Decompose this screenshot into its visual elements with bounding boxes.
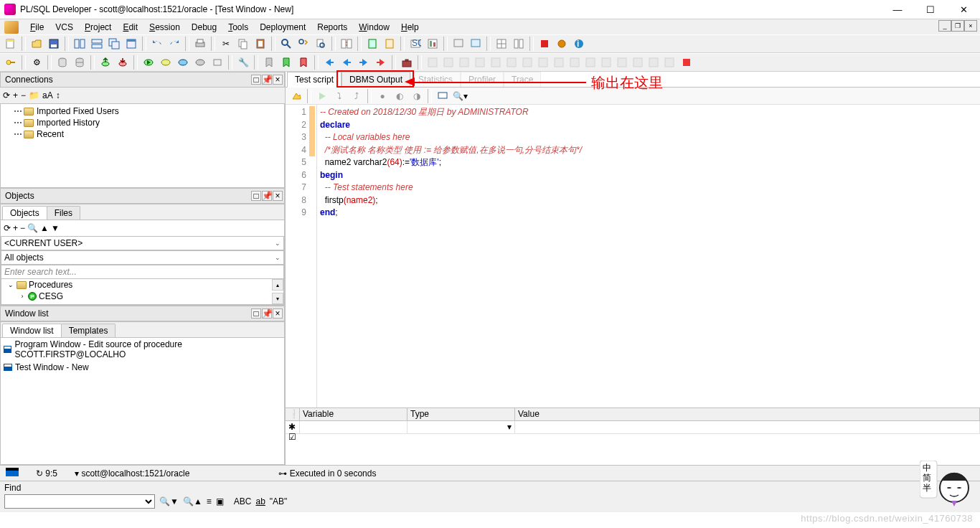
- tab-templates[interactable]: Templates: [61, 324, 116, 337]
- redo-button[interactable]: [166, 36, 182, 52]
- menu-session[interactable]: Session: [143, 21, 186, 34]
- db-button[interactable]: [55, 55, 70, 70]
- mdi-close[interactable]: ×: [964, 20, 977, 32]
- replace-button[interactable]: [296, 36, 311, 52]
- explain-button[interactable]: [364, 36, 380, 52]
- new-button[interactable]: [3, 36, 19, 52]
- panel-close[interactable]: ×: [273, 75, 283, 85]
- scroll-down[interactable]: ▾: [272, 293, 283, 304]
- nav-fwd-button[interactable]: [356, 55, 372, 70]
- var-grid-row[interactable]: ✱ ☑▾: [286, 421, 980, 434]
- find-word-icon[interactable]: ab: [255, 496, 265, 506]
- filter-dn-icon[interactable]: ▼: [51, 223, 60, 233]
- prefs-button[interactable]: [554, 36, 570, 52]
- menu-file[interactable]: File: [24, 21, 50, 34]
- beautify-button[interactable]: [288, 88, 304, 104]
- exec3-button[interactable]: [175, 55, 191, 70]
- briefcase-button[interactable]: [399, 55, 415, 70]
- tab-statistics[interactable]: Statistics: [410, 72, 461, 88]
- grid-2[interactable]: [511, 36, 527, 52]
- minimize-button[interactable]: —: [881, 0, 914, 19]
- code-content[interactable]: -- Created on 2018/12/30 星期日 by ADMINIST…: [317, 105, 585, 407]
- find-hl-icon[interactable]: ▣: [216, 496, 224, 506]
- mdi-minimize[interactable]: _: [938, 20, 951, 32]
- tab-profiler[interactable]: Profiler: [461, 72, 504, 88]
- bm-add-button[interactable]: [278, 55, 294, 70]
- commit-button[interactable]: [98, 55, 113, 70]
- menu-window[interactable]: Window: [353, 21, 395, 34]
- filter-up-icon[interactable]: ▲: [40, 223, 49, 233]
- test-button[interactable]: [382, 36, 397, 52]
- print-button[interactable]: [192, 36, 208, 52]
- variable-grid[interactable]: ❕ Variable Type Value ✱ ☑▾: [286, 407, 980, 465]
- red-tool[interactable]: [679, 55, 694, 70]
- menu-help[interactable]: Help: [395, 21, 425, 34]
- bm-del-button[interactable]: [296, 55, 311, 70]
- scope-select[interactable]: All objects⌄: [1, 250, 284, 265]
- diff-button[interactable]: [339, 36, 354, 52]
- sort-icon[interactable]: ↕: [56, 90, 60, 100]
- rename-icon[interactable]: aA: [42, 90, 53, 100]
- tab-files[interactable]: Files: [47, 206, 80, 220]
- bm1-button[interactable]: [261, 55, 277, 70]
- sql-button[interactable]: SQL: [407, 36, 423, 52]
- nav-fwd2-button[interactable]: [373, 55, 389, 70]
- stop-button[interactable]: [537, 36, 552, 52]
- close-button[interactable]: ✕: [947, 0, 980, 19]
- panel-undock[interactable]: □: [251, 75, 261, 85]
- db2-button[interactable]: [72, 55, 88, 70]
- window-button[interactable]: [123, 36, 139, 52]
- cascade-button[interactable]: [106, 36, 122, 52]
- menu-reports[interactable]: Reports: [311, 21, 353, 34]
- search-input[interactable]: Enter search text...: [1, 265, 284, 279]
- add-icon[interactable]: +: [13, 223, 18, 233]
- menu-debug[interactable]: Debug: [186, 21, 222, 34]
- help-button[interactable]: i: [571, 36, 587, 52]
- zoom-button[interactable]: 🔍▾: [452, 88, 468, 104]
- menu-project[interactable]: Project: [79, 21, 117, 34]
- tab-windowlist[interactable]: Window list: [2, 324, 62, 337]
- wrench-button[interactable]: 🔧: [235, 55, 251, 70]
- connections-tree[interactable]: ⋯Imported Fixed Users ⋯Imported History …: [0, 103, 285, 188]
- scroll-up[interactable]: ▴: [272, 279, 283, 291]
- monitor-button[interactable]: [435, 88, 451, 104]
- grid-1[interactable]: [494, 36, 509, 52]
- find-input[interactable]: [4, 494, 155, 509]
- cut-button[interactable]: ✂: [218, 36, 234, 52]
- exec5-button[interactable]: [209, 55, 225, 70]
- menu-tools[interactable]: Tools: [222, 21, 254, 34]
- objects-tree[interactable]: ⌄Procedures ›PCESG ▴ ▾: [1, 279, 284, 305]
- code-editor[interactable]: 123456789 -- Created on 2018/12/30 星期日 b…: [286, 105, 980, 407]
- user-select[interactable]: <CURRENT USER>⌄: [1, 236, 284, 250]
- remove-icon[interactable]: −: [21, 90, 26, 100]
- paste-button[interactable]: [253, 36, 268, 52]
- folder-icon[interactable]: 📁: [29, 90, 39, 100]
- tab-trace[interactable]: Trace: [504, 72, 541, 88]
- report-button[interactable]: [425, 36, 440, 52]
- undo-button[interactable]: [149, 36, 165, 52]
- add-icon[interactable]: +: [13, 90, 18, 100]
- nav-back-button[interactable]: [321, 55, 337, 70]
- find-button[interactable]: [278, 36, 294, 52]
- session-key-button[interactable]: [3, 55, 19, 70]
- windowlist-item[interactable]: Test Window - New: [1, 361, 284, 374]
- find-files-button[interactable]: [313, 36, 329, 52]
- exec4-button[interactable]: [192, 55, 208, 70]
- tab-dbms-output[interactable]: DBMS Output: [341, 72, 410, 88]
- tab-test-script[interactable]: Test script: [287, 72, 341, 88]
- exec2-button[interactable]: [158, 55, 174, 70]
- nav-back2-button[interactable]: [339, 55, 354, 70]
- tools-2[interactable]: [468, 36, 484, 52]
- menu-deployment[interactable]: Deployment: [254, 21, 311, 34]
- find-case-icon[interactable]: ABC: [234, 496, 252, 506]
- refresh-icon[interactable]: ⟳: [4, 223, 11, 233]
- menu-vcs[interactable]: VCS: [50, 21, 79, 34]
- find-prev-icon[interactable]: 🔍▲: [183, 496, 202, 506]
- tab-objects[interactable]: Objects: [2, 206, 47, 220]
- mdi-restore[interactable]: ❐: [951, 20, 964, 32]
- windowlist-item[interactable]: Program Window - Edit source of procedur…: [1, 338, 284, 361]
- save-button[interactable]: [46, 36, 62, 52]
- panel-pin[interactable]: 📌: [262, 75, 272, 85]
- maximize-button[interactable]: ☐: [914, 0, 947, 19]
- exec-button[interactable]: [141, 55, 156, 70]
